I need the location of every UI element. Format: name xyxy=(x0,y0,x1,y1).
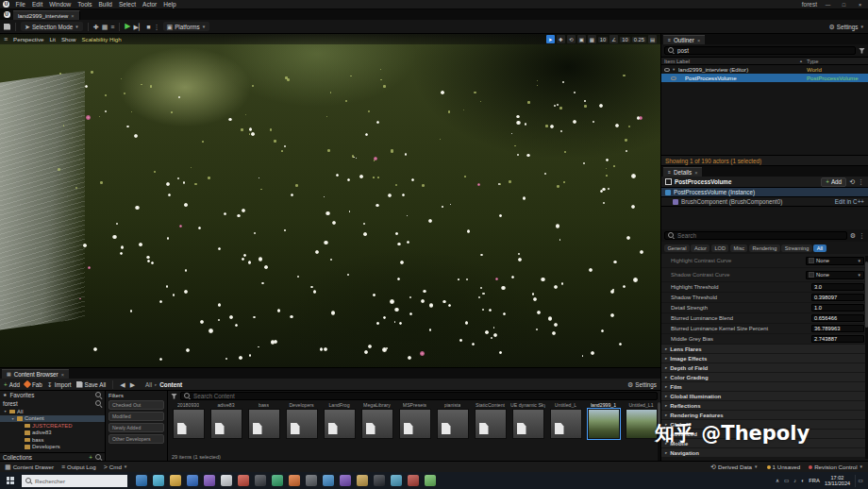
filter-chip[interactable]: Modified xyxy=(108,412,164,421)
details-category-depth-of-field[interactable]: ▸Depth of Field xyxy=(661,363,868,373)
taskbar-app-13-icon[interactable] xyxy=(340,475,351,486)
language-indicator[interactable]: FRA xyxy=(809,478,820,483)
taskbar-app-9-icon[interactable] xyxy=(272,475,283,486)
folder-tree-item[interactable]: JUSTCREATED xyxy=(0,422,105,430)
folder-tree-item[interactable]: adive83 xyxy=(0,430,105,437)
perspective-dropdown[interactable]: Perspective xyxy=(13,36,43,42)
outliner-row[interactable]: ▾land2999_interview (Editor)World xyxy=(661,65,868,74)
skip-button[interactable]: ▶▏ xyxy=(134,24,144,30)
taskbar-app-15-icon[interactable] xyxy=(374,475,385,486)
column-type[interactable]: Type xyxy=(807,59,865,64)
filter-chip[interactable]: Checked Out xyxy=(108,400,164,410)
more-options-icon[interactable]: ⋮ xyxy=(859,232,865,239)
asset-tile[interactable]: bass xyxy=(246,402,281,460)
move-tool-icon[interactable]: ✚ xyxy=(557,35,565,43)
edit-in-cpp-link[interactable]: Edit in C++ xyxy=(835,198,864,205)
rotation-snap-value[interactable]: 10 xyxy=(620,37,629,42)
component-instance-row[interactable]: PostProcessVolume (Instance) xyxy=(661,188,868,197)
breadcrumb-all[interactable]: All xyxy=(145,381,152,388)
asset-tile[interactable]: MegaLibrary xyxy=(359,402,394,460)
menu-item-select[interactable]: Select xyxy=(115,0,139,8)
grid-snap-icon[interactable]: ▦ xyxy=(588,35,596,43)
outliner-row[interactable]: PostProcessVolumePostProcessVolume xyxy=(661,74,868,82)
property-value-input[interactable]: 2.743887 xyxy=(811,335,864,343)
folder-tree-item[interactable]: Developers xyxy=(0,444,105,451)
details-tab-streaming[interactable]: Streaming xyxy=(781,244,812,252)
asset-tile[interactable]: pianista xyxy=(435,402,470,460)
details-category-global-illumination[interactable]: ▸Global Illumination xyxy=(661,392,868,401)
revision-control-status[interactable]: Revision Control ▼ xyxy=(809,464,863,470)
panel-close-icon[interactable]: × xyxy=(61,372,64,378)
asset-picker-dropdown[interactable]: None▼ xyxy=(806,271,864,279)
content-drawer-button[interactable]: ▦ Content Drawer xyxy=(5,464,54,470)
level-viewport[interactable]: ≡ Perspective Lit Show Scalability High … xyxy=(0,34,660,367)
panel-close-icon[interactable]: × xyxy=(697,38,700,43)
menu-item-tools[interactable]: Tools xyxy=(75,0,95,8)
property-value-input[interactable]: 36.789963 xyxy=(811,325,864,332)
search-icon[interactable] xyxy=(95,400,102,407)
asset-tile[interactable]: UE dynamic Sky xyxy=(510,402,545,460)
favorites-section[interactable]: ★ Favorites xyxy=(0,391,105,399)
taskbar-app-16-icon[interactable] xyxy=(391,475,402,486)
details-tab-general[interactable]: General xyxy=(664,244,690,252)
cinematics-icon[interactable]: ≡ xyxy=(110,24,114,30)
visibility-eye-icon[interactable] xyxy=(664,68,670,72)
back-icon[interactable]: ◀ xyxy=(120,381,125,388)
stop-button[interactable]: ■ xyxy=(146,24,150,30)
details-search-input[interactable]: Search xyxy=(664,231,847,240)
details-tab-actor[interactable]: Actor xyxy=(691,244,709,252)
grid-snap-value[interactable]: 10 xyxy=(598,37,608,42)
viewport-menu-icon[interactable]: ≡ xyxy=(4,36,8,42)
unreal-logo-icon[interactable]: U xyxy=(0,9,13,20)
asset-search-input[interactable]: Search Content xyxy=(180,392,658,400)
visibility-eye-icon[interactable] xyxy=(671,76,676,80)
scale-tool-icon[interactable]: ▣ xyxy=(577,35,586,43)
outliner-search-input[interactable]: post xyxy=(664,46,856,55)
details-tab-lod[interactable]: LOD xyxy=(711,244,729,252)
taskbar-app-10-icon[interactable] xyxy=(289,475,300,486)
asset-tile[interactable]: 20180930 xyxy=(171,402,206,460)
menu-item-window[interactable]: Window xyxy=(46,0,75,8)
taskbar-app-4-icon[interactable] xyxy=(187,475,198,486)
taskbar-app-5-icon[interactable] xyxy=(204,475,215,486)
taskbar-app-8-icon[interactable] xyxy=(255,475,266,486)
search-icon[interactable] xyxy=(95,392,102,398)
panel-close-icon[interactable]: × xyxy=(694,170,697,176)
taskbar-app-14-icon[interactable] xyxy=(357,475,368,486)
tab-close-icon[interactable]: × xyxy=(71,13,74,19)
view-mode-dropdown[interactable]: Lit xyxy=(49,36,56,42)
scalability-warning[interactable]: Scalability High xyxy=(81,36,121,42)
details-tab[interactable]: ≡ Details × xyxy=(663,167,702,177)
cmd-console-input[interactable]: > Cmd ▼ xyxy=(104,464,128,470)
breadcrumb-content[interactable]: Content xyxy=(159,381,182,388)
collections-section[interactable]: Collections + xyxy=(0,452,105,461)
details-category-reflections[interactable]: ▸Reflections xyxy=(661,401,868,411)
network-icon[interactable]: ◐ xyxy=(801,478,804,483)
rotation-snap-icon[interactable]: ∠ xyxy=(609,35,618,43)
asset-tile[interactable]: land2999_1 xyxy=(586,402,621,460)
display-icon[interactable]: ▭ xyxy=(784,478,789,483)
maximize-button[interactable]: □ xyxy=(839,2,849,8)
details-category-image-effects[interactable]: ▸Image Effects xyxy=(661,354,868,363)
menu-item-build[interactable]: Build xyxy=(95,0,115,8)
property-value-input[interactable]: 1.0 xyxy=(811,304,864,312)
column-item-label[interactable]: Item Label xyxy=(664,59,799,64)
show-dropdown[interactable]: Show xyxy=(61,36,75,42)
filter-icon[interactable] xyxy=(859,48,865,54)
refresh-icon[interactable]: ⟲ xyxy=(849,178,855,185)
save-icon[interactable] xyxy=(4,24,10,30)
content-settings-button[interactable]: ⚙ Settings xyxy=(627,381,657,388)
save-all-button[interactable]: Save All xyxy=(76,381,107,388)
minimize-button[interactable]: — xyxy=(823,2,833,8)
fab-button[interactable]: Fab xyxy=(25,381,42,388)
platforms-dropdown[interactable]: ▣ Platforms ▼ xyxy=(163,22,210,31)
import-button[interactable]: ↧ Import xyxy=(47,381,72,388)
add-component-button[interactable]: + Add xyxy=(821,177,846,187)
taskbar-app-6-icon[interactable] xyxy=(221,475,232,486)
editor-mode-dropdown[interactable]: ➤ Selection Mode ▼ xyxy=(21,22,83,31)
menu-item-help[interactable]: Help xyxy=(160,0,179,8)
taskbar-clock[interactable]: 17:02 13/11/2024 xyxy=(825,475,850,487)
rotate-tool-icon[interactable]: ⟲ xyxy=(567,35,576,43)
folder-tree-item[interactable]: ▾Content xyxy=(0,415,105,423)
asset-tile[interactable]: adive83 xyxy=(209,402,243,460)
